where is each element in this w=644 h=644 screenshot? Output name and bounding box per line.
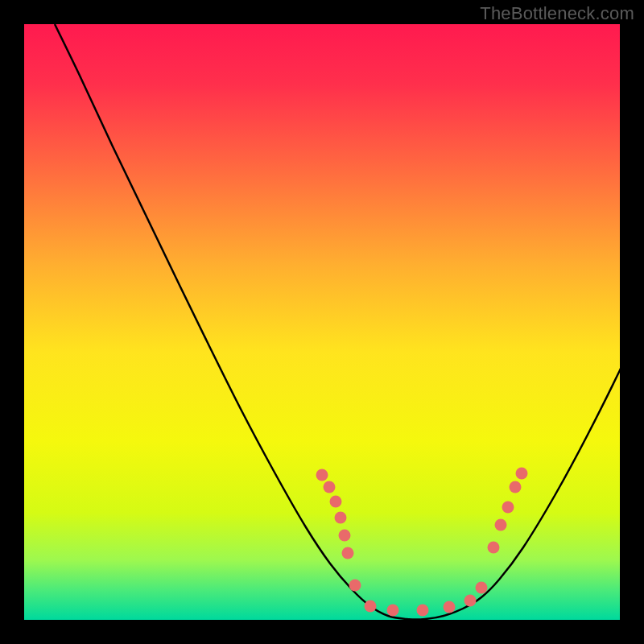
data-marker [417,605,429,617]
plot-background [24,24,620,620]
chart-stage: TheBottleneck.com [0,0,644,644]
data-marker [330,496,342,508]
data-marker [365,601,377,613]
data-marker [324,481,336,493]
data-marker [316,469,328,481]
data-marker [516,468,528,480]
data-marker [339,530,351,542]
data-marker [502,502,514,514]
data-marker [444,601,456,613]
data-marker [464,595,477,607]
data-marker [349,580,361,592]
data-marker [335,512,347,524]
data-marker [476,582,488,594]
watermark-text: TheBottleneck.com [480,3,634,24]
chart-svg [0,0,644,644]
data-marker [342,547,354,559]
data-marker [495,519,507,531]
data-marker [387,605,399,617]
data-marker [510,481,522,493]
data-marker [488,542,500,554]
